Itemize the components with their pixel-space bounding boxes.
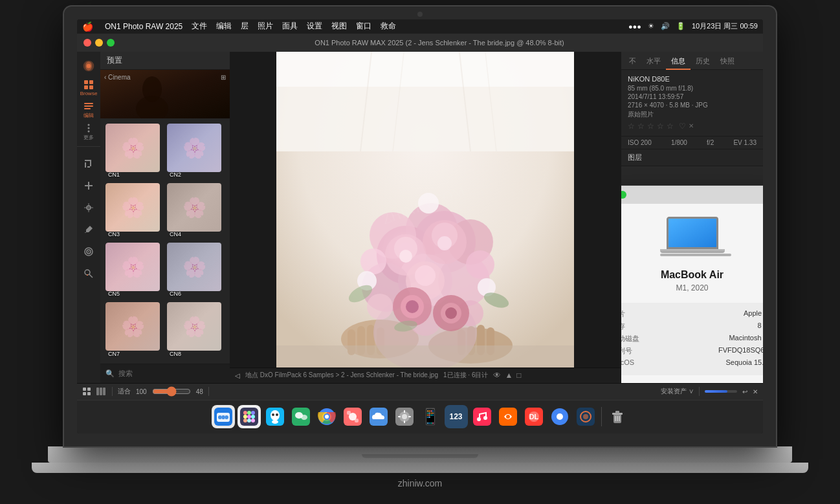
svg-rect-76: [83, 392, 86, 395]
memory-value: 8 GB: [757, 322, 763, 331]
dock-chrome2[interactable]: [548, 405, 571, 428]
tool-transform[interactable]: [78, 197, 99, 218]
preset-cn7[interactable]: 🌸 CN7: [105, 302, 163, 358]
preset-search-input[interactable]: [118, 369, 225, 377]
dock-wechat[interactable]: [289, 405, 313, 428]
star-5[interactable]: ☆: [667, 122, 674, 131]
dock-123-app[interactable]: 123: [445, 405, 468, 428]
menu-app[interactable]: ON1 Photo RAW 2025: [105, 22, 182, 31]
tab-info[interactable]: 信息: [666, 54, 691, 70]
menubar-right: ●●● ☀ 🔊 🔋 10月23日 周三 00:59: [628, 21, 758, 31]
preview-back-icon[interactable]: ‹ Cinema: [104, 74, 131, 81]
finder-icon: [214, 408, 232, 426]
zoom-slider[interactable]: [152, 386, 191, 397]
menu-photo[interactable]: 照片: [258, 21, 273, 32]
preset-cn6[interactable]: 🌸 CN6: [167, 243, 225, 298]
star-4[interactable]: ☆: [657, 122, 664, 131]
star-3[interactable]: ☆: [647, 122, 654, 131]
menubar-dots: ●●●: [628, 23, 641, 30]
svg-point-56: [360, 248, 386, 274]
preset-thumbnails: 🌸 CN1 🌸 CN2: [100, 118, 230, 364]
preset-cn4[interactable]: 🌸 CN4: [167, 183, 225, 239]
svg-rect-85: [222, 415, 225, 419]
eye-icon[interactable]: 👁: [493, 371, 501, 380]
menu-edit[interactable]: 编辑: [216, 21, 232, 32]
star-2[interactable]: ☆: [637, 122, 645, 131]
sidebar-tab-more[interactable]: 更多: [78, 122, 99, 142]
undo-btn[interactable]: ↩: [742, 388, 747, 395]
minimize-button[interactable]: [95, 39, 103, 47]
nav-prev[interactable]: ◁: [235, 372, 240, 379]
app-logo-icon: [82, 60, 95, 72]
tool-effects[interactable]: [78, 241, 99, 262]
menu-settings[interactable]: 设置: [307, 21, 322, 32]
clear-rating[interactable]: ✕: [689, 122, 694, 129]
preset-cn2-label: CN2: [170, 171, 181, 178]
dialog-maximize[interactable]: [621, 191, 626, 199]
svg-point-115: [402, 414, 407, 419]
dock-finder[interactable]: [212, 405, 235, 428]
about-mac-dialog[interactable]: MacBook Air M1, 2020 芯片 Apple M1 内: [621, 186, 763, 383]
close-btn[interactable]: ✕: [753, 388, 758, 395]
menu-help[interactable]: 救命: [381, 21, 396, 32]
svg-point-132: [583, 414, 588, 419]
install-assets-btn[interactable]: 安装资产 ∨: [661, 387, 694, 396]
preset-cn8-label: CN8: [170, 351, 181, 357]
preset-cn8[interactable]: 🌸 CN8: [167, 302, 225, 358]
tab-history[interactable]: 历史: [691, 54, 715, 70]
preset-cn1[interactable]: 🌸 CN1: [105, 124, 163, 179]
tool-brush[interactable]: [78, 219, 99, 240]
filmstrip-btn[interactable]: [96, 388, 107, 395]
dock-qq[interactable]: [263, 405, 287, 428]
menu-window[interactable]: 窗口: [356, 21, 371, 32]
menu-file[interactable]: 文件: [192, 21, 207, 32]
dock-launchpad[interactable]: [238, 405, 261, 428]
menu-layer[interactable]: 层: [241, 21, 249, 32]
tab-level[interactable]: 水平: [641, 54, 666, 70]
apple-menu[interactable]: 🍎: [82, 21, 93, 32]
tool-add[interactable]: [78, 175, 99, 196]
export-icon[interactable]: □: [516, 371, 521, 380]
svg-rect-8: [84, 108, 91, 109]
dock-tingting[interactable]: [496, 405, 520, 428]
preset-cn5[interactable]: 🌸 CN5: [105, 243, 163, 298]
svg-rect-24: [276, 52, 574, 87]
preset-cn3[interactable]: 🌸 CN3: [105, 183, 163, 239]
dock-photo-app[interactable]: [574, 405, 597, 428]
dock-settings[interactable]: [393, 405, 416, 428]
close-button[interactable]: [83, 39, 91, 47]
dock-app-store[interactable]: 📱: [419, 405, 442, 428]
main-photo: ZHINIW.COM: [276, 52, 574, 367]
dock-icloud[interactable]: [367, 405, 390, 428]
dock-chrome[interactable]: [315, 405, 338, 428]
tool-search[interactable]: [78, 263, 99, 284]
svg-point-59: [367, 294, 393, 320]
preset-cn3-label: CN3: [108, 231, 120, 237]
svg-point-1: [87, 63, 91, 68]
maximize-button[interactable]: [107, 39, 115, 47]
sidebar-tab-edit[interactable]: 编辑: [78, 100, 99, 120]
toolbar-sep-1: [112, 387, 113, 396]
dock-music[interactable]: [470, 405, 494, 428]
dialog-startup-row: 启动磁盘 Macintosh HD: [621, 334, 763, 344]
dock-app-dl[interactable]: DL: [522, 405, 546, 428]
tab-snapshot[interactable]: 快照: [715, 54, 740, 70]
tab-not[interactable]: 不: [624, 54, 641, 70]
sidebar-tab-browse[interactable]: Browse: [78, 78, 99, 98]
favorite-heart[interactable]: ♡: [679, 122, 686, 131]
svg-text:DL: DL: [529, 413, 538, 421]
icon-sidebar: Browse 编辑: [77, 52, 100, 383]
menu-view[interactable]: 视图: [331, 21, 347, 32]
star-rating: ☆ ☆ ☆ ☆ ☆ ♡ ✕: [628, 122, 757, 131]
dock-trash[interactable]: [606, 405, 629, 428]
dock-photos[interactable]: [341, 405, 364, 428]
preset-cn2[interactable]: 🌸 CN2: [167, 124, 225, 179]
preview-grid-icon[interactable]: ⊞: [221, 74, 226, 81]
upload-icon[interactable]: ▲: [505, 371, 513, 380]
star-1[interactable]: ☆: [628, 122, 635, 131]
preset-cn5-label: CN5: [108, 290, 120, 297]
tool-crop[interactable]: [78, 153, 99, 174]
macbook-shell: 🍎 ON1 Photo RAW 2025 文件 编辑 层 照片 面具 设置 视图…: [32, 6, 808, 498]
view-toggle-btn[interactable]: [82, 387, 91, 396]
menu-mask[interactable]: 面具: [282, 21, 298, 32]
